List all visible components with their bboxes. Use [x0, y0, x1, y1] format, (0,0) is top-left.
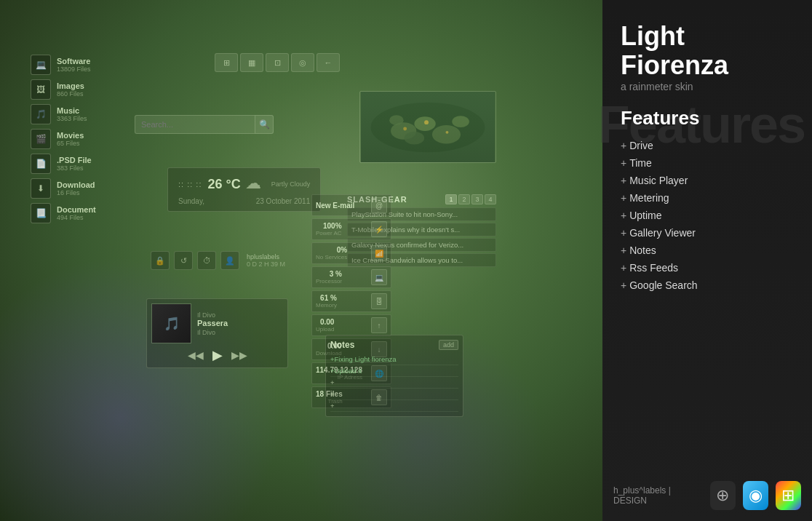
meter-icon-3: 💻: [371, 269, 387, 285]
file-item-music[interactable]: 🎵 Music 3363 Files: [31, 104, 96, 124]
music-player: 🎵 Il Divo Passera Il Divo ◀◀ ▶ ▶▶: [146, 298, 288, 368]
features-heading: Features: [602, 103, 812, 137]
toolbar-btn-3[interactable]: ◎: [291, 53, 314, 72]
meter-icon-0: @: [371, 197, 387, 213]
feature-item-metering: +Metering: [621, 189, 794, 207]
file-icon-2: 🎵: [31, 104, 51, 124]
feature-label-3: Metering: [629, 192, 669, 204]
user-btn[interactable]: 👤: [220, 251, 239, 270]
file-list: 💻 Software 13809 Files 🖼 Images 860 File…: [31, 55, 96, 223]
track-title: Passera: [197, 319, 283, 327]
toolbar: ⊞▦⊡◎←: [215, 53, 340, 72]
rss-tab-1[interactable]: 1: [445, 194, 457, 204]
day-label: Sunday,: [178, 197, 204, 205]
next-button[interactable]: ▶▶: [231, 349, 247, 361]
search-input[interactable]: [135, 115, 255, 134]
rss-tabs: 1234: [445, 194, 496, 204]
meter-row-1: 100% Power AC ⚡: [311, 218, 391, 240]
feature-item-music-player: +Music Player: [621, 172, 794, 189]
panel-footer: h_plus^labels | DESIGN ⊕ ◉ ⊞: [602, 481, 812, 510]
feature-item-notes: +Notes: [621, 242, 794, 259]
notes-title: Notes: [330, 340, 354, 350]
notes-widget: Notes add +Fixing Light fiorenza+Upload …: [325, 335, 463, 417]
file-count-6: 494 Files: [57, 214, 96, 221]
file-item-document[interactable]: 📃 Document 494 Files: [31, 203, 96, 223]
file-name-4: .PSD File: [57, 156, 92, 164]
toolbar-btn-0[interactable]: ⊞: [215, 53, 238, 72]
file-name-6: Document: [57, 205, 96, 214]
file-item-.psd-file[interactable]: 📄 .PSD File 383 Files: [31, 154, 96, 174]
file-name-1: Images: [57, 81, 84, 90]
file-count-1: 860 Files: [57, 90, 84, 98]
meter-icon-5: ↑: [371, 317, 387, 333]
file-name-5: Download: [57, 180, 95, 189]
file-item-download[interactable]: ⬇ Download 16 Files: [31, 178, 96, 199]
file-item-software[interactable]: 💻 Software 13809 Files: [31, 55, 96, 75]
track-artist: Il Divo: [197, 311, 283, 319]
rainmeter-icon[interactable]: ◉: [743, 481, 768, 510]
weather-icon: ☁: [245, 174, 266, 194]
meter-label-4: Memory: [316, 302, 337, 309]
uptime-value: 0 D 2 H 39 M: [247, 260, 285, 268]
file-icon-1: 🖼: [31, 79, 51, 100]
meter-icon-4: 🗄: [371, 293, 387, 309]
meter-value-0: New E-mail: [316, 202, 354, 210]
feature-item-drive: +Drive: [621, 137, 794, 154]
toolbar-btn-2[interactable]: ⊡: [266, 53, 289, 72]
search-button[interactable]: 🔍: [255, 115, 274, 134]
meter-row-5: 0.00 Upload ↑: [311, 314, 391, 336]
rss-tab-2[interactable]: 2: [458, 194, 470, 204]
note-item-4: +: [330, 400, 458, 412]
clock-widget: :: :: :: 26 °C ☁ Partly Cloudy Sunday, 2…: [167, 167, 321, 212]
feature-label-8: Google Search: [629, 279, 697, 291]
feature-label-1: Time: [629, 157, 652, 169]
meter-label-1: Power AC: [316, 230, 342, 236]
file-item-movies[interactable]: 🎬 Movies 65 Files: [31, 129, 96, 149]
rss-tab-4[interactable]: 4: [485, 194, 496, 204]
meter-row-2: 0% No Services 📶: [311, 242, 391, 264]
feature-label-4: Uptime: [629, 210, 661, 221]
notes-add-button[interactable]: add: [439, 340, 458, 350]
file-count-0: 13809 Files: [57, 65, 91, 73]
feature-item-gallery-viewer: +Gallery Viewer: [621, 224, 794, 242]
refresh-btn[interactable]: ↺: [174, 251, 193, 270]
features-list: +Drive+Time+Music Player+Metering+Uptime…: [602, 137, 812, 294]
meter-label-3: Processor: [316, 278, 342, 285]
toolbar-btn-4[interactable]: ←: [317, 53, 340, 72]
file-name-0: Software: [57, 57, 91, 65]
meter-value-1: 100%: [316, 222, 342, 230]
gallery-image[interactable]: [359, 91, 496, 163]
prev-button[interactable]: ◀◀: [188, 349, 204, 361]
file-name-3: Movies: [57, 131, 84, 140]
right-panel: Light Fiorenza a rainmeter skin Features…: [602, 0, 812, 521]
toolbar-btn-1[interactable]: ▦: [240, 53, 263, 72]
file-name-2: Music: [57, 106, 87, 115]
uptime-label: hpluslabels: [247, 253, 285, 260]
weather-description: Partly Cloudy: [271, 180, 311, 188]
feature-label-5: Gallery Viewer: [629, 227, 696, 239]
panel-title: Light Fiorenza: [621, 22, 794, 79]
deviantart-icon[interactable]: ⊕: [710, 481, 736, 510]
notes-list: +Fixing Light fiorenza+Upload it+++: [330, 354, 458, 412]
rss-tab-3[interactable]: 3: [471, 194, 483, 204]
file-icon-0: 💻: [31, 55, 51, 75]
temperature: 26 °C: [207, 177, 240, 192]
track-info: Il Divo Passera Il Divo: [197, 311, 283, 336]
panel-subtitle: a rainmeter skin: [621, 81, 794, 92]
file-icon-5: ⬇: [31, 178, 51, 199]
clock-digits: :: :: ::: [178, 180, 202, 188]
file-count-5: 16 Files: [57, 189, 95, 196]
music-controls: ◀◀ ▶ ▶▶: [151, 347, 283, 363]
system-controls: 🔒 ↺ ⏱ 👤 hpluslabels 0 D 2 H 39 M: [151, 251, 285, 270]
panel-header: Light Fiorenza a rainmeter skin: [602, 0, 812, 103]
lock-btn[interactable]: 🔒: [151, 251, 170, 270]
feature-label-0: Drive: [629, 140, 653, 151]
file-count-2: 3363 Files: [57, 115, 87, 122]
timer-btn[interactable]: ⏱: [197, 251, 216, 270]
file-item-images[interactable]: 🖼 Images 860 Files: [31, 79, 96, 100]
meter-icon-1: ⚡: [371, 221, 387, 237]
play-button[interactable]: ▶: [212, 347, 223, 363]
file-count-3: 65 Files: [57, 140, 84, 147]
meter-row-0: New E-mail @: [311, 194, 391, 216]
windows-icon[interactable]: ⊞: [776, 481, 801, 510]
